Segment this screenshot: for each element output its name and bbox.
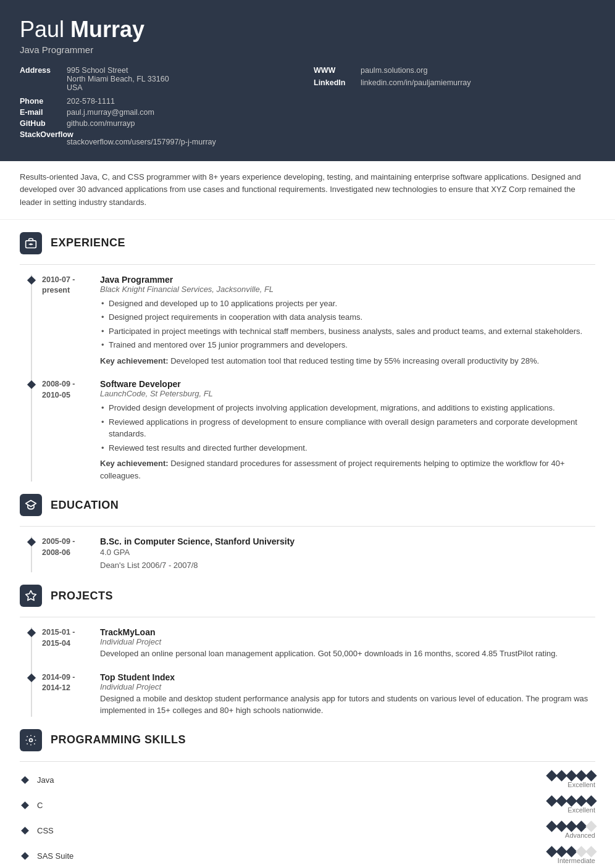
education-section: EDUCATION 2005-09 - 2008-06 B.Sc. in Com… bbox=[20, 494, 595, 572]
skills-list: JavaExcellentCExcellentCSSAdvancedSAS Su… bbox=[20, 768, 595, 868]
phone-row: Phone 202-578-1111 bbox=[20, 97, 301, 106]
proj-content-2: Top Student Index Individual Project Des… bbox=[90, 672, 595, 717]
main-content: EXPERIENCE 2010-07 - present Java Progra… bbox=[0, 232, 615, 868]
svg-point-4 bbox=[30, 738, 33, 741]
skill-name-label: SAS Suite bbox=[37, 851, 515, 861]
resume-header: Paul Murray Java Programmer Address 995 … bbox=[0, 0, 615, 161]
education-item-1: 2005-09 - 2008-06 B.Sc. in Computer Scie… bbox=[32, 536, 595, 572]
skills-header: PROGRAMMING SKILLS bbox=[20, 729, 595, 751]
skill-level-text: Excellent bbox=[567, 806, 595, 814]
project-item-1: 2015-01 - 2015-04 TrackMyLoan Individual… bbox=[32, 627, 595, 660]
github-row: GitHub github.com/murrayp bbox=[20, 119, 301, 128]
skill-level-text: Excellent bbox=[567, 781, 595, 788]
projects-timeline: 2015-01 - 2015-04 TrackMyLoan Individual… bbox=[31, 627, 595, 717]
date-1: 2010-07 - present bbox=[35, 275, 90, 367]
rating-dots bbox=[548, 797, 595, 805]
contact-right: WWW paulm.solutions.org LinkedIn linkedi… bbox=[314, 66, 595, 146]
address-value: 995 School Street North Miami Beach, FL … bbox=[67, 66, 169, 92]
skill-level-text: Advanced bbox=[565, 832, 595, 839]
skills-icon bbox=[20, 729, 42, 751]
projects-icon bbox=[20, 585, 42, 607]
edu-content-1: B.Sc. in Computer Science, Stanford Univ… bbox=[90, 536, 595, 572]
education-icon bbox=[20, 494, 42, 516]
project-item-2: 2014-09 - 2014-12 Top Student Index Indi… bbox=[32, 672, 595, 717]
svg-marker-3 bbox=[26, 591, 36, 601]
skill-name-label: C bbox=[37, 801, 515, 810]
content-1: Java Programmer Black Knight Financial S… bbox=[90, 275, 595, 367]
education-header: EDUCATION bbox=[20, 494, 595, 516]
skill-rating-container: Intermediate bbox=[515, 848, 595, 864]
projects-header: PROJECTS bbox=[20, 585, 595, 607]
skill-row-0: JavaExcellent bbox=[20, 768, 595, 792]
skill-diamond-bullet bbox=[21, 776, 29, 784]
empty-dot bbox=[585, 820, 596, 832]
skill-diamond-bullet bbox=[21, 827, 29, 835]
content-2: Software Developer LaunchCode, St Peters… bbox=[90, 379, 595, 482]
bullets-2: Provided design development of projects … bbox=[100, 402, 595, 454]
key-achievement-1: Key achievement: Developed test automati… bbox=[100, 355, 595, 367]
summary-section: Results-oriented Java, C, and CSS progra… bbox=[0, 161, 615, 220]
skill-diamond-bullet bbox=[21, 801, 29, 809]
rating-dots bbox=[548, 822, 595, 830]
skill-row-3: SAS SuiteIntermediate bbox=[20, 844, 595, 868]
skill-rating-container: Advanced bbox=[515, 822, 595, 839]
edu-date-1: 2005-09 - 2008-06 bbox=[35, 536, 90, 572]
proj-content-1: TrackMyLoan Individual Project Developed… bbox=[90, 627, 595, 660]
skill-rating-container: Excellent bbox=[515, 797, 595, 814]
experience-timeline: 2010-07 - present Java Programmer Black … bbox=[31, 275, 595, 482]
skill-level-text: Intermediate bbox=[558, 857, 595, 864]
contact-left: Address 995 School Street North Miami Be… bbox=[20, 66, 301, 146]
stackoverflow-value: stackoverflow.com/users/157997/p-j-murra… bbox=[20, 138, 301, 146]
experience-header: EXPERIENCE bbox=[20, 232, 595, 254]
filled-dot bbox=[585, 795, 596, 806]
address-row: Address 995 School Street North Miami Be… bbox=[20, 66, 301, 92]
skill-diamond-bullet bbox=[21, 852, 29, 860]
skill-name-label: Java bbox=[37, 775, 515, 785]
experience-item-2: 2008-09 - 2010-05 Software Developer Lau… bbox=[32, 379, 595, 482]
proj-date-2: 2014-09 - 2014-12 bbox=[35, 672, 90, 717]
education-timeline: 2005-09 - 2008-06 B.Sc. in Computer Scie… bbox=[31, 536, 595, 572]
candidate-name: Paul Murray bbox=[20, 17, 595, 42]
rating-dots bbox=[548, 848, 595, 856]
skill-row-1: CExcellent bbox=[20, 793, 595, 817]
skill-rating-container: Excellent bbox=[515, 772, 595, 788]
date-2: 2008-09 - 2010-05 bbox=[35, 379, 90, 482]
projects-section: PROJECTS 2015-01 - 2015-04 TrackMyLoan I… bbox=[20, 585, 595, 717]
contact-info: Address 995 School Street North Miami Be… bbox=[20, 66, 595, 146]
rating-dots bbox=[548, 772, 595, 780]
linkedin-row: LinkedIn linkedin.com/in/pauljamiemurray bbox=[314, 78, 595, 87]
experience-item-1: 2010-07 - present Java Programmer Black … bbox=[32, 275, 595, 367]
filled-dot bbox=[585, 770, 596, 781]
experience-section: EXPERIENCE 2010-07 - present Java Progra… bbox=[20, 232, 595, 482]
skill-name-label: CSS bbox=[37, 826, 515, 835]
experience-icon bbox=[20, 232, 42, 254]
proj-date-1: 2015-01 - 2015-04 bbox=[35, 627, 90, 660]
bullets-1: Designed and developed up to 10 applicat… bbox=[100, 298, 595, 351]
skill-row-2: CSSAdvanced bbox=[20, 819, 595, 843]
key-achievement-2: Key achievement: Designed standard proce… bbox=[100, 457, 595, 482]
candidate-title: Java Programmer bbox=[20, 44, 595, 55]
empty-dot bbox=[585, 846, 596, 857]
email-row: E-mail paul.j.murray@gmail.com bbox=[20, 108, 301, 117]
skills-section: PROGRAMMING SKILLS JavaExcellentCExcelle… bbox=[20, 729, 595, 868]
www-row: WWW paulm.solutions.org bbox=[314, 66, 595, 75]
